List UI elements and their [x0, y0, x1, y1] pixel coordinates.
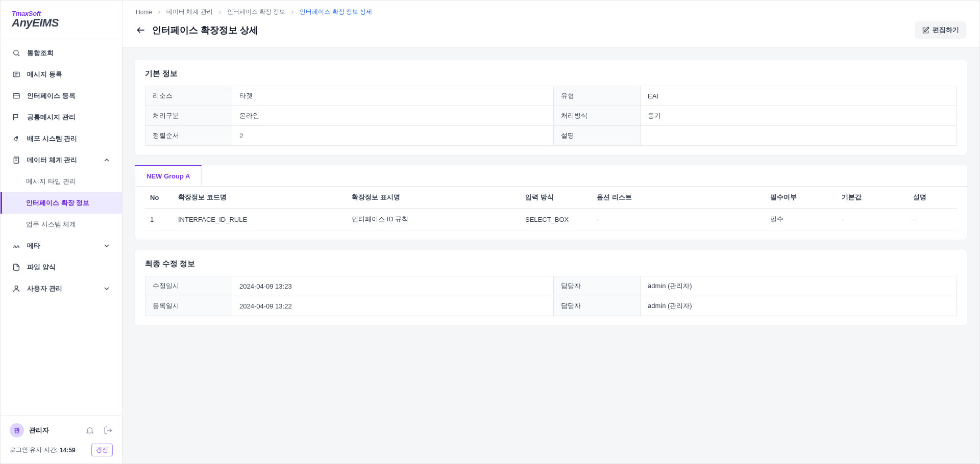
- mod-info-table: 수정일시 2024-04-09 13:23 담당자 admin (관리자) 등록…: [145, 276, 957, 316]
- svg-rect-5: [13, 93, 19, 98]
- reg-by-label: 담당자: [554, 296, 641, 316]
- breadcrumb: Home 데이터 체계 관리 인터페이스 확장 정보 인터페이스 확장 정보 상…: [136, 8, 966, 16]
- breadcrumb-l1[interactable]: 데이터 체계 관리: [166, 8, 213, 16]
- mod-by-label: 담당자: [554, 276, 641, 296]
- nav-label: 인터페이스 등록: [27, 91, 76, 100]
- nav-sub-msg-type[interactable]: 메시지 타입 관리: [1, 171, 122, 192]
- nav-label: 통합조회: [27, 48, 54, 58]
- main: Home 데이터 체계 관리 인터페이스 확장 정보 인터페이스 확장 정보 상…: [122, 1, 979, 463]
- svg-point-11: [15, 286, 17, 289]
- chevron-down-icon: [103, 285, 111, 293]
- group-card: NEW Group A No 확장정보 코드명 확장정보 표시명 입력 방식 옵…: [135, 165, 967, 240]
- col-desc: 설명: [908, 187, 957, 209]
- svg-point-7: [16, 137, 17, 138]
- basic-info-table: 리소스 타겟 유형 EAI 처리구분 온라인 처리방식 동기 정렬순서 2: [145, 86, 957, 146]
- nav-item-search[interactable]: 통합조회: [1, 42, 122, 64]
- nav-label: 배포 시스템 관리: [27, 134, 77, 143]
- nav-label: 사용자 관리: [27, 284, 62, 293]
- col-no: No: [145, 187, 173, 209]
- nav-label: 데이터 체계 관리: [27, 156, 77, 165]
- process-div-label: 처리구분: [145, 106, 232, 126]
- nav-sub-biz-system[interactable]: 업무 시스템 체계: [1, 214, 122, 235]
- sort-label: 정렬순서: [145, 126, 232, 146]
- logo: TmaxSoft AnyEIMS: [1, 1, 122, 39]
- cell-options: -: [592, 209, 765, 230]
- nav-item-deploy[interactable]: 배포 시스템 관리: [1, 128, 122, 149]
- cell-code: INTERFACE_ID_RULE: [173, 209, 347, 230]
- sidebar-footer: 관 관리자 로그인 유지 시간: 14:59 갱신: [1, 416, 122, 463]
- interface-icon: [12, 91, 21, 100]
- cell-display: 인터페이스 ID 규칙: [347, 209, 520, 230]
- nav: 통합조회 메시지 등록 인터페이스 등록 공통메시지 관리 배포 시스템 관리 …: [1, 39, 122, 416]
- file-icon: [12, 263, 21, 272]
- cell-no: 1: [145, 209, 173, 230]
- document-icon: [12, 156, 21, 165]
- nav-item-interface-reg[interactable]: 인터페이스 등록: [1, 85, 122, 107]
- nav-item-common-msg[interactable]: 공통메시지 관리: [1, 107, 122, 128]
- desc-value: [641, 126, 957, 146]
- col-input: 입력 방식: [520, 187, 592, 209]
- login-keep-label: 로그인 유지 시간:: [10, 446, 58, 454]
- process-method-value: 동기: [641, 106, 957, 126]
- bell-icon[interactable]: [85, 426, 94, 435]
- resource-value: 타겟: [232, 86, 554, 106]
- edit-button-label: 편집하기: [933, 25, 959, 35]
- logo-product: AnyEIMS: [12, 17, 111, 29]
- flag-icon: [12, 113, 21, 122]
- breadcrumb-home[interactable]: Home: [136, 9, 152, 16]
- sidebar: TmaxSoft AnyEIMS 통합조회 메시지 등록 인터페이스 등록 공통…: [1, 1, 122, 463]
- nav-item-message-reg[interactable]: 메시지 등록: [1, 64, 122, 85]
- cell-required: 필수: [765, 209, 837, 230]
- edit-button[interactable]: 편집하기: [915, 21, 966, 39]
- breadcrumb-current: 인터페이스 확장 정보 상세: [300, 8, 372, 16]
- header: Home 데이터 체계 관리 인터페이스 확장 정보 인터페이스 확장 정보 상…: [122, 1, 979, 47]
- reg-by-value: admin (관리자): [641, 296, 957, 316]
- mod-dt-label: 수정일시: [145, 276, 232, 296]
- col-default: 기본값: [837, 187, 908, 209]
- nav-sub-iface-ext[interactable]: 인터페이스 확장 정보: [1, 192, 122, 214]
- chevron-right-icon: [289, 9, 296, 15]
- mod-info-title: 최종 수정 정보: [145, 259, 957, 269]
- nav-sub-label: 업무 시스템 체계: [26, 220, 76, 229]
- search-icon: [12, 48, 21, 58]
- process-method-label: 처리방식: [554, 106, 641, 126]
- nav-label: 파일 양식: [27, 263, 56, 272]
- user-icon: [12, 284, 21, 293]
- basic-info-card: 기본 정보 리소스 타겟 유형 EAI 처리구분 온라인 처리방식 동기: [135, 60, 967, 155]
- login-keep-time: 14:59: [60, 447, 76, 454]
- table-row[interactable]: 1 INTERFACE_ID_RULE 인터페이스 ID 규칙 SELECT_B…: [145, 209, 957, 230]
- reg-dt-value: 2024-04-09 13:22: [232, 296, 554, 316]
- svg-rect-2: [13, 72, 19, 76]
- nav-label: 메시지 등록: [27, 70, 62, 79]
- chevron-right-icon: [156, 9, 162, 15]
- nav-item-data-system[interactable]: 데이터 체계 관리: [1, 149, 122, 171]
- col-options: 옵션 리스트: [592, 187, 765, 209]
- resource-label: 리소스: [145, 86, 232, 106]
- chevron-down-icon: [103, 242, 111, 250]
- type-value: EAI: [641, 86, 957, 106]
- refresh-button[interactable]: 갱신: [91, 444, 113, 456]
- desc-label: 설명: [554, 126, 641, 146]
- mod-by-value: admin (관리자): [641, 276, 957, 296]
- tab-new-group-a[interactable]: NEW Group A: [135, 165, 202, 186]
- user-name: 관리자: [29, 426, 76, 435]
- back-button[interactable]: [136, 25, 146, 35]
- content: 기본 정보 리소스 타겟 유형 EAI 처리구분 온라인 처리방식 동기: [122, 47, 979, 463]
- nav-item-meta[interactable]: 메타: [1, 235, 122, 256]
- chevron-up-icon: [103, 156, 111, 164]
- sort-value: 2: [232, 126, 554, 146]
- nav-item-user-mgmt[interactable]: 사용자 관리: [1, 278, 122, 299]
- process-div-value: 온라인: [232, 106, 554, 126]
- mod-dt-value: 2024-04-09 13:23: [232, 276, 554, 296]
- logout-icon[interactable]: [104, 426, 113, 435]
- group-table: No 확장정보 코드명 확장정보 표시명 입력 방식 옵션 리스트 필수여부 기…: [145, 187, 957, 230]
- nav-item-file-template[interactable]: 파일 양식: [1, 256, 122, 278]
- nav-sub-label: 인터페이스 확장 정보: [26, 198, 89, 208]
- cell-input: SELECT_BOX: [520, 209, 592, 230]
- reg-dt-label: 등록일시: [145, 296, 232, 316]
- col-display: 확장정보 표시명: [347, 187, 520, 209]
- col-code: 확장정보 코드명: [173, 187, 347, 209]
- col-required: 필수여부: [765, 187, 837, 209]
- svg-point-0: [14, 50, 18, 55]
- breadcrumb-l2[interactable]: 인터페이스 확장 정보: [227, 8, 286, 16]
